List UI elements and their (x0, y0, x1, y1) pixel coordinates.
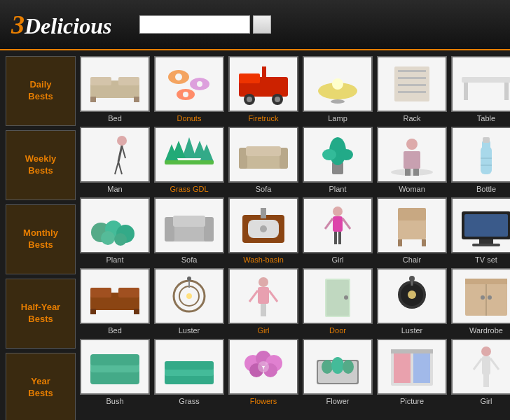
search-input[interactable] (147, 20, 245, 29)
svg-point-94 (186, 293, 192, 299)
thumb-label: Girl (480, 397, 492, 405)
svg-line-73 (325, 218, 333, 229)
thumb-box-washbasin[interactable] (228, 197, 298, 253)
svg-point-48 (391, 169, 433, 176)
thumb-label: Bush (106, 397, 123, 405)
nav-item-weekly[interactable]: Weekly Bests (6, 130, 76, 200)
svg-point-108 (408, 290, 416, 299)
thumb-label: Woman (399, 185, 425, 193)
svg-point-129 (331, 357, 344, 374)
thumb-box-door[interactable] (303, 268, 373, 324)
svg-point-92 (187, 276, 191, 281)
thumb-box-girl[interactable] (303, 197, 373, 253)
thumb-box-girl3[interactable] (451, 339, 510, 395)
thumb-box-girl2[interactable] (228, 268, 298, 324)
svg-rect-79 (398, 239, 402, 246)
svg-rect-78 (398, 208, 426, 220)
thumb-label: Plant (329, 185, 346, 193)
svg-point-47 (339, 149, 353, 160)
thumb-box-bush[interactable] (80, 339, 150, 395)
svg-rect-100 (263, 304, 266, 316)
thumb-box-table[interactable] (451, 56, 510, 112)
thumb-box-lamp[interactable] (303, 56, 373, 112)
thumb-label: Bed (108, 326, 122, 335)
thumb-label: Flowers (250, 397, 277, 405)
thumb-box-grass[interactable] (154, 339, 224, 395)
thumb-box-rack[interactable] (377, 56, 447, 112)
thumb-label: Donuts (177, 114, 202, 122)
svg-rect-113 (465, 279, 507, 284)
thumb-label: Girl (257, 326, 269, 335)
nav-item-halfyear[interactable]: Half-Year Bests (6, 279, 76, 349)
thumb-box-flowers[interactable] (228, 339, 298, 395)
thumb-box-man[interactable] (80, 127, 150, 183)
nav-item-daily[interactable]: Daily Bests (6, 56, 76, 126)
svg-rect-83 (479, 239, 493, 244)
thumb-box-bed2[interactable] (80, 268, 150, 324)
svg-point-50 (406, 139, 418, 150)
thumb-box-woman[interactable] (377, 127, 447, 183)
svg-line-30 (118, 146, 122, 162)
thumb-box-tvset[interactable] (451, 197, 510, 253)
thumb-box-luster[interactable] (154, 268, 224, 324)
thumb-cell: Plant (303, 127, 373, 193)
thumb-label: Girl (331, 255, 343, 264)
svg-rect-27 (464, 83, 468, 100)
svg-point-103 (344, 295, 348, 300)
thumb-cell: Rack (377, 56, 447, 122)
svg-rect-88 (90, 309, 96, 314)
svg-rect-25 (398, 91, 426, 93)
thumb-cell: Girl (451, 339, 510, 405)
thumb-label: Lamp (328, 114, 347, 122)
svg-rect-76 (338, 232, 341, 244)
thumb-box-bed[interactable] (80, 56, 150, 112)
svg-rect-116 (90, 354, 139, 365)
thumb-cell: Luster (154, 268, 224, 335)
svg-line-31 (122, 146, 125, 158)
thumb-box-chair[interactable] (377, 197, 447, 253)
thumb-box-flower[interactable] (303, 339, 373, 395)
svg-point-62 (114, 233, 127, 246)
nav-item-monthly[interactable]: Monthly Bests (6, 204, 76, 274)
svg-rect-4 (134, 97, 139, 102)
thumb-label: Luster (401, 326, 423, 335)
logo-delicious: Delicious (25, 13, 111, 38)
svg-point-29 (117, 136, 127, 146)
grid-row-2: PlantSofaWash-basinGirlChairTV set (80, 197, 510, 264)
svg-rect-99 (261, 304, 263, 316)
thumb-cell: Grass (154, 339, 224, 405)
thumb-cell: Lamp (303, 56, 373, 122)
thumb-box-donuts[interactable] (154, 56, 224, 112)
grid-row-3: BedLusterGirlDoorLusterWardrobe (80, 268, 510, 335)
search-button[interactable] (253, 15, 271, 34)
svg-rect-28 (504, 83, 509, 100)
thumb-box-plant2[interactable] (80, 197, 150, 253)
thumb-label: Wash-basin (243, 255, 284, 264)
svg-point-128 (322, 360, 333, 374)
main-content: Daily BestsWeekly BestsMonthly BestsHalf… (0, 50, 510, 420)
nav-item-year[interactable]: Year Bests (6, 353, 76, 420)
thumb-box-grass_gdl[interactable] (154, 127, 224, 183)
thumb-box-picture[interactable] (377, 339, 447, 395)
svg-point-130 (343, 360, 354, 374)
thumb-cell: Woman (377, 127, 447, 193)
thumb-box-sofa[interactable] (228, 127, 298, 183)
search-area (139, 15, 271, 34)
svg-point-71 (333, 206, 343, 216)
thumb-box-bottle[interactable] (451, 127, 510, 183)
thumb-box-wardrobe[interactable] (451, 268, 510, 324)
thumb-cell: TV set (451, 197, 510, 264)
svg-point-95 (259, 277, 268, 287)
svg-rect-24 (398, 84, 426, 86)
svg-rect-65 (204, 217, 214, 241)
thumb-box-luster2[interactable] (377, 268, 447, 324)
thumb-box-plant[interactable] (303, 127, 373, 183)
thumb-box-firetruck[interactable] (228, 56, 298, 112)
svg-point-6 (175, 74, 182, 80)
grid-area: BedDonutsFiretruckLampRackTableManGrass … (80, 56, 510, 420)
svg-rect-134 (391, 349, 433, 354)
svg-point-125 (258, 361, 269, 372)
svg-rect-136 (482, 356, 490, 374)
svg-line-97 (249, 290, 258, 302)
thumb-box-sofa2[interactable] (154, 197, 224, 253)
